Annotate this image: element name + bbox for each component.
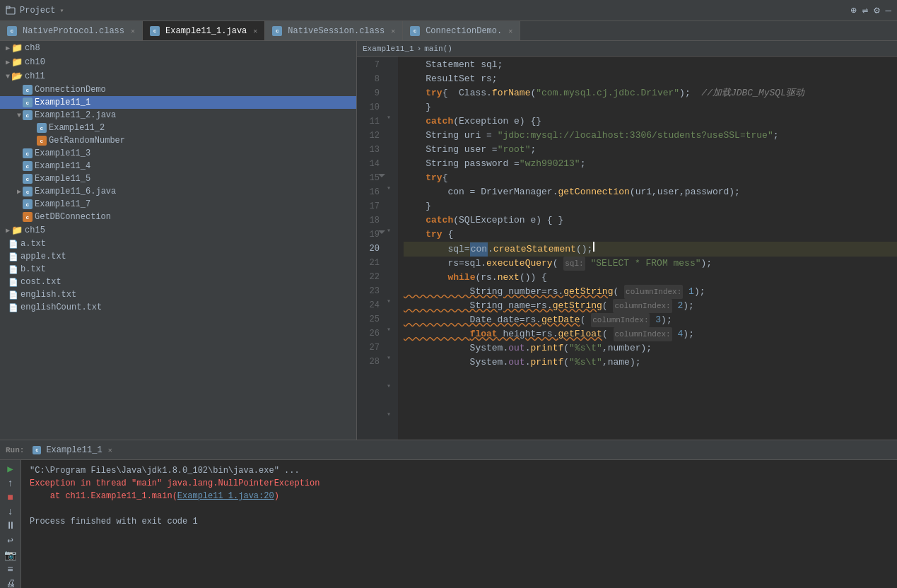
breadcrumb-file: Example11_1 [363, 45, 414, 53]
example11-3-icon: c [23, 148, 33, 158]
run-tab-close[interactable]: ✕ [108, 446, 112, 454]
tab-example11-1[interactable]: c Example11_1.java ✕ [143, 21, 265, 40]
sidebar-item-apple-txt[interactable]: 📄 apple.txt [0, 250, 356, 263]
sidebar-item-example11-5[interactable]: c Example11_5 [0, 172, 356, 185]
sidebar-item-get-db-connection[interactable]: c GetDBConnection [0, 211, 356, 223]
tab-icon-native-session: c [272, 26, 282, 36]
ch11-arrow: ▼ [6, 73, 10, 81]
a-txt-label: a.txt [20, 239, 46, 249]
tab-close-connection-demo[interactable]: ✕ [508, 27, 512, 35]
run-tab-label: Example11_1 [46, 445, 102, 455]
code-line-24: String name=rs.getString( columnIndex: 2… [404, 299, 897, 313]
project-arrow[interactable]: ▾ [59, 6, 64, 15]
run-output-exit: Process finished with exit code 1 [30, 515, 889, 528]
sidebar-item-example11-6-java[interactable]: ▶ c Example11_6.java [0, 185, 356, 198]
run-wrap-button[interactable]: ↩ [3, 534, 18, 546]
run-sort-button[interactable]: ≡ [3, 564, 18, 575]
english-count-txt-label: englishCount.txt [20, 302, 102, 312]
code-content[interactable]: Statement sql; ResultSet rs; try{ Class.… [398, 57, 897, 440]
main-area: ▶ 📁 ch8 ▶ 📁 ch10 ▼ 📂 ch11 c ConnectionDe… [0, 41, 897, 440]
ch11-label: ch11 [25, 71, 45, 81]
code-line-18: catch(SQLException e) { } [404, 213, 897, 228]
sidebar-item-connection-demo[interactable]: c ConnectionDemo [0, 83, 356, 96]
run-down-button[interactable]: ↓ [3, 506, 18, 517]
sidebar-item-example11-4[interactable]: c Example11_4 [0, 160, 356, 172]
run-toolbar: ▶ ↑ ■ ↓ ⏸ ↩ 📷 ≡ 🖨 🗑 [0, 460, 21, 588]
tab-icon-native-protocol: c [7, 26, 17, 36]
ch8-label: ch8 [25, 43, 40, 53]
connection-demo-icon: c [23, 85, 33, 95]
run-print-button[interactable]: 🖨 [3, 578, 18, 588]
code-line-17: } [404, 199, 897, 213]
run-play-button[interactable]: ▶ [3, 463, 18, 475]
settings-icon[interactable]: ⚙ [874, 4, 879, 16]
run-output-link[interactable]: Example11_1.java:20 [177, 491, 274, 501]
tab-close-native-protocol[interactable]: ✕ [131, 27, 135, 35]
breadcrumb-sep: › [417, 45, 422, 53]
run-output-blank [30, 502, 889, 515]
sidebar-item-cost-txt[interactable]: 📄 cost.txt [0, 276, 356, 288]
sidebar-item-ch15[interactable]: ▶ 📁 ch15 [0, 223, 356, 237]
sidebar-item-ch11[interactable]: ▼ 📂 ch11 [0, 69, 356, 83]
run-label: Run: [6, 446, 24, 454]
run-up-button[interactable]: ↑ [3, 478, 18, 489]
cost-txt-icon: 📄 [8, 278, 18, 287]
code-line-20: sql=con.createStatement(); [404, 242, 897, 257]
sidebar-item-english-count-txt[interactable]: 📄 englishCount.txt [0, 301, 356, 314]
sidebar-item-english-txt[interactable]: 📄 english.txt [0, 288, 356, 301]
run-tab[interactable]: c Example11_1 ✕ [27, 440, 117, 459]
sidebar: ▶ 📁 ch8 ▶ 📁 ch10 ▼ 📂 ch11 c ConnectionDe… [0, 41, 357, 440]
tab-bar: c NativeProtocol.class ✕ c Example11_1.j… [0, 21, 897, 41]
example11-2-java-label: Example11_2.java [35, 110, 116, 120]
globe-icon[interactable]: ⊕ [850, 4, 856, 16]
code-line-9: try{ Class.forName("com.mysql.cj.jdbc.Dr… [404, 86, 897, 100]
run-stop-button[interactable]: ■ [3, 492, 18, 503]
sidebar-item-b-txt[interactable]: 📄 b.txt [0, 263, 356, 276]
code-editor[interactable]: 7891011 121314 15 161718 19 20 212223242… [357, 57, 897, 440]
example11-2-icon: c [37, 123, 47, 133]
sidebar-item-a-txt[interactable]: 📄 a.txt [0, 237, 356, 250]
minimize-icon[interactable]: — [886, 5, 891, 16]
run-camera-button[interactable]: 📷 [3, 549, 18, 561]
apple-txt-label: apple.txt [20, 252, 66, 261]
example11-2-java-arrow: ▼ [17, 112, 21, 119]
sidebar-item-example11-2-java[interactable]: ▼ c Example11_2.java [0, 109, 356, 122]
example11-2-label: Example11_2 [49, 123, 105, 133]
example11-6-java-icon: c [23, 187, 33, 196]
tab-native-session[interactable]: c NativeSession.class ✕ [265, 21, 403, 40]
run-panel-body: ▶ ↑ ■ ↓ ⏸ ↩ 📷 ≡ 🖨 🗑 "C:\Program Files\Ja… [0, 460, 897, 588]
sidebar-item-example11-3[interactable]: c Example11_3 [0, 147, 356, 160]
code-line-13: String user ="root"; [404, 143, 897, 157]
run-pause-button[interactable]: ⏸ [3, 520, 18, 531]
ch15-arrow: ▶ [6, 226, 10, 235]
ch10-label: ch10 [25, 57, 45, 67]
run-output-cmd: "C:\Program Files\Java\jdk1.8.0_102\bin\… [30, 464, 889, 477]
tab-connection-demo[interactable]: c ConnectionDemo. ✕ [403, 21, 520, 40]
ch11-folder-icon: 📂 [11, 71, 23, 82]
code-line-16: con = DriverManager.getConnection(uri,us… [404, 185, 897, 199]
apple-txt-icon: 📄 [8, 252, 18, 261]
tab-close-native-session[interactable]: ✕ [391, 27, 395, 35]
english-txt-label: english.txt [20, 290, 76, 300]
sidebar-item-ch8[interactable]: ▶ 📁 ch8 [0, 41, 356, 55]
run-tab-icon: c [33, 446, 41, 454]
tab-label-native-session: NativeSession.class [288, 26, 385, 36]
sidebar-item-example11-1[interactable]: c Example11_1 [0, 96, 356, 109]
split-icon[interactable]: ⇌ [862, 4, 868, 16]
tab-close-example11-1[interactable]: ✕ [253, 27, 257, 35]
code-line-21: rs=sql.executeQuery( sql: "SELECT * FROM… [404, 257, 897, 271]
gutter: ▾ ▾ ▾ ▾ ▾ ▾ ▾ ▾ [385, 57, 398, 440]
sidebar-item-example11-7[interactable]: c Example11_7 [0, 198, 356, 211]
code-line-26: float height=rs.getFloat( columnIndex: 4… [404, 327, 897, 341]
sidebar-item-get-random-number[interactable]: c GetRandomNumber [0, 134, 356, 147]
get-random-number-icon: c [37, 136, 47, 146]
run-tab-bar: Run: c Example11_1 ✕ [0, 440, 897, 460]
example11-2-java-icon: c [23, 110, 33, 120]
editor-area: Example11_1 › main() 7891011 121314 15 1… [357, 41, 897, 440]
sidebar-item-ch10[interactable]: ▶ 📁 ch10 [0, 55, 356, 69]
tab-label-example11-1: Example11_1.java [165, 26, 247, 36]
english-count-txt-icon: 📄 [8, 303, 18, 312]
sidebar-item-example11-2[interactable]: c Example11_2 [0, 122, 356, 134]
tab-icon-example11-1: c [150, 26, 160, 36]
tab-native-protocol[interactable]: c NativeProtocol.class ✕ [0, 21, 143, 40]
